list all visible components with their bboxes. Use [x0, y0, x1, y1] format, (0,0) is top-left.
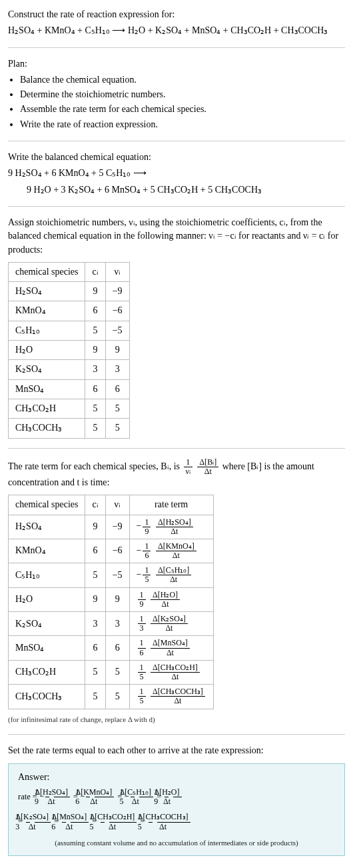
divider: [8, 448, 345, 449]
divider: [8, 141, 345, 141]
frac-den: Δt: [156, 551, 196, 560]
assign-text: Assign stoichiometric numbers, νᵢ, using…: [8, 216, 345, 257]
frac-num: 1: [184, 458, 192, 467]
rate-cell: 15 Δ[CH₃COCH₃]Δt: [129, 685, 213, 709]
species-cell: CH₃COCH₃: [9, 419, 85, 438]
c-cell: 9: [85, 282, 105, 301]
frac-den: νᵢ: [184, 467, 192, 476]
balanced-title: Write the balanced chemical equation:: [8, 151, 345, 164]
table-row: MnSO₄66: [9, 379, 130, 399]
v-cell: 3: [105, 612, 129, 636]
table-row: KMnO₄6−6−16 Δ[KMnO₄]Δt: [9, 539, 214, 563]
divider: [8, 734, 345, 735]
fraction: 15: [143, 566, 151, 584]
frac-den: 5: [149, 823, 153, 831]
table-row: C₅H₁₀5−5−15 Δ[C₅H₁₀]Δt: [9, 563, 214, 587]
rate-cell: 16 Δ[MnSO₄]Δt: [129, 636, 213, 660]
frac-num: Δ[CH₃COCH₃]: [157, 813, 190, 822]
species-cell: H₂O: [9, 341, 85, 360]
frac-den: 5: [101, 823, 105, 831]
species-cell: CH₃CO₂H: [9, 399, 85, 418]
fraction: Δ[K₂SO₄]Δt: [35, 813, 51, 831]
frac-num: Δ[Bᵢ]: [197, 458, 218, 467]
intro-reaction: H₂SO₄ + KMnO₄ + C₅H₁₀ ⟶ H₂O + K₂SO₄ + Mn…: [8, 24, 345, 37]
table-header: νᵢ: [105, 262, 129, 281]
c-cell: 3: [85, 612, 105, 636]
species-cell: K₂SO₄: [9, 612, 85, 636]
divider: [8, 47, 345, 48]
frac-den: Δt: [197, 467, 218, 476]
rate-term: −15 Δ[C₅H₁₀]Δt: [124, 792, 155, 801]
table-row: CH₃CO₂H5515 Δ[CH₃CO₂H]Δt: [9, 660, 214, 684]
fraction: Δ[CH₃COCH₃]Δt: [157, 813, 190, 831]
rate-term: 13 Δ[K₂SO₄]Δt: [137, 618, 189, 628]
frac-num: Δ[H₂O]: [151, 591, 180, 600]
frac-num: Δ[CH₃CO₂H]: [151, 663, 200, 673]
table-row: H₂O99: [9, 341, 130, 360]
rate-cell: −15 Δ[C₅H₁₀]Δt: [129, 563, 213, 587]
table-row: MnSO₄6616 Δ[MnSO₄]Δt: [9, 636, 214, 660]
species-cell: MnSO₄: [9, 636, 85, 660]
frac-den: Δt: [151, 649, 190, 657]
frac-num: 1: [138, 687, 146, 697]
v-cell: 3: [105, 360, 129, 379]
frac-num: 1: [138, 639, 146, 648]
frac-den: Δt: [156, 527, 193, 536]
fraction: Δ[H₂O]Δt: [151, 591, 180, 609]
frac-num: Δ[CH₃COCH₃]: [151, 687, 205, 697]
frac-den: Δt: [71, 823, 89, 831]
c-cell: 5: [85, 321, 105, 340]
rate-cell: 13 Δ[K₂SO₄]Δt: [129, 612, 213, 636]
table-row: H₂O9919 Δ[H₂O]Δt: [9, 587, 214, 611]
species-cell: H₂SO₄: [9, 515, 85, 539]
frac-den: 5: [138, 673, 146, 681]
table-header: cᵢ: [85, 262, 105, 281]
plan-item: Determine the stoichiometric numbers.: [20, 88, 345, 101]
species-cell: K₂SO₄: [9, 360, 85, 379]
frac-num: Δ[H₂O]: [173, 788, 181, 797]
rate-term: 19 Δ[H₂O]Δt: [163, 792, 182, 801]
rate-term-frac-coef: 1 νᵢ: [184, 458, 192, 476]
rate-term: 13 Δ[K₂SO₄]Δt: [25, 817, 52, 826]
frac-num: Δ[KMnO₄]: [156, 542, 196, 551]
frac-den: Δt: [95, 797, 114, 806]
fraction: Δ[CH₃COCH₃]Δt: [151, 687, 205, 705]
rate-term: −16 Δ[KMnO₄]Δt: [80, 792, 115, 801]
species-cell: CH₃COCH₃: [9, 685, 85, 709]
fraction: 19: [143, 518, 151, 536]
frac-num: 1: [143, 566, 151, 575]
rate-term: 16 Δ[MnSO₄]Δt: [61, 817, 90, 826]
fraction: Δ[C₅H₁₀]Δt: [139, 788, 153, 806]
frac-den: Δt: [157, 823, 190, 831]
rate-cell: −16 Δ[KMnO₄]Δt: [129, 539, 213, 563]
reaction-arrow: ⟶: [112, 25, 125, 35]
frac-den: Δt: [151, 673, 200, 681]
c-cell: 6: [85, 539, 105, 563]
frac-num: Δ[KMnO₄]: [95, 788, 114, 797]
frac-den: 9: [138, 600, 146, 609]
frac-den: 3: [138, 624, 146, 633]
table-header: rate term: [129, 495, 213, 515]
frac-den: Δt: [54, 797, 70, 806]
frac-num: 1: [143, 542, 151, 551]
frac-den: Δt: [151, 600, 180, 609]
frac-den: Δt: [156, 575, 191, 584]
c-cell: 5: [85, 685, 105, 709]
rate-term: −19 Δ[H₂SO₄]Δt: [39, 792, 71, 801]
rate-cell: −19 Δ[H₂SO₄]Δt: [129, 515, 213, 539]
species-cell: KMnO₄: [9, 301, 85, 321]
rate-term: −16 Δ[KMnO₄]Δt: [137, 545, 198, 555]
frac-num: Δ[C₅H₁₀]: [156, 566, 191, 575]
frac-den: Δt: [109, 823, 137, 831]
v-cell: 5: [105, 685, 129, 709]
set-equal-text: Set the rate terms equal to each other t…: [8, 744, 345, 757]
frac-den: 9: [143, 527, 151, 536]
table-header: νᵢ: [105, 495, 129, 515]
c-cell: 3: [85, 360, 105, 379]
table-row: CH₃COCH₃5515 Δ[CH₃COCH₃]Δt: [9, 685, 214, 709]
fraction: Δ[CH₃CO₂H]Δt: [151, 663, 200, 681]
frac-num: 1: [138, 591, 146, 600]
fraction: 16: [143, 542, 151, 560]
fraction: Δ[H₂SO₄]Δt: [54, 788, 70, 806]
fraction: Δ[KMnO₄]Δt: [95, 788, 114, 806]
